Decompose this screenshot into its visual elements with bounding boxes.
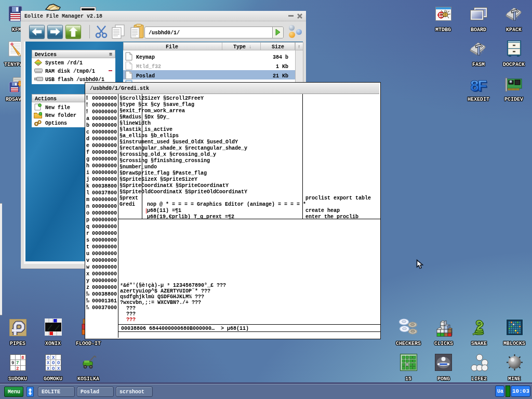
svg-text:O: O: [52, 366, 55, 371]
svg-text:X: X: [47, 361, 50, 366]
svg-text:X: X: [47, 366, 50, 371]
svg-text:7: 7: [16, 361, 19, 366]
svg-text:8F: 8F: [471, 77, 487, 92]
svg-text:X: X: [57, 366, 60, 371]
svg-text:2: 2: [16, 366, 19, 371]
svg-text:8: 8: [21, 355, 24, 361]
svg-text:X: X: [52, 355, 55, 361]
svg-text:O: O: [47, 355, 50, 361]
svg-text:O: O: [57, 361, 60, 366]
svg-text:O: O: [52, 361, 55, 366]
svg-text:9: 9: [11, 361, 14, 366]
